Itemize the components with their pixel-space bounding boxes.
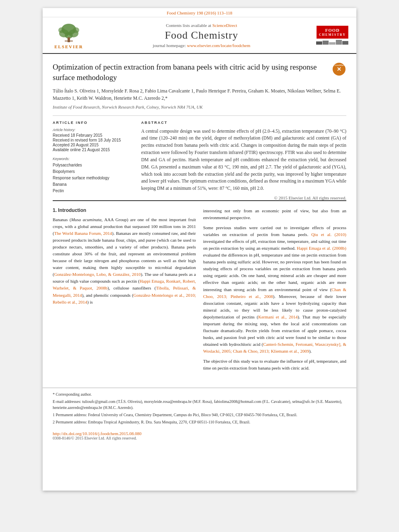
keyword-3: Response surface methodology <box>53 175 133 181</box>
keyword-5: Pectin <box>53 188 133 194</box>
crossmark-badge: ✕ CrossMark <box>332 62 346 76</box>
svg-rect-4 <box>68 37 70 42</box>
sciencedirect-link: Contents lists available at ScienceDirec… <box>87 23 316 28</box>
intro-paragraph-1: Bananas (Musa acuminata, AAA Group) are … <box>53 216 196 306</box>
authors: Túlio Ítalo S. Oliveira 1, Morsyleide F.… <box>53 87 346 102</box>
elsevier-logo: ELSEVIER <box>51 21 87 49</box>
article-info-label: ARTICLE INFO <box>53 121 133 125</box>
issn: 0308-8146/© 2015 Elsevier Ltd. All right… <box>53 436 346 440</box>
footnote-2: 2 Permanent address: Embrapa Tropical Ag… <box>53 419 346 425</box>
journal-title: Food Chemistry <box>87 29 316 41</box>
article-body: Optimization of pectin extraction from b… <box>43 54 356 200</box>
svg-point-6 <box>58 27 65 33</box>
logo-bar-chart <box>316 40 348 45</box>
intro-paragraph-4: The objective of this study was to evalu… <box>203 358 346 372</box>
elsevier-label: ELSEVIER <box>54 44 83 49</box>
journal-reference-bar: Food Chemistry 198 (2016) 113–118 <box>43 8 356 17</box>
journal-header: ELSEVIER Contents lists available at Sci… <box>43 17 356 54</box>
email-note: E-mail addresses: tulioufc@gmail.com (T.… <box>53 398 346 411</box>
intro-paragraph-3: Some previous studies were carried out t… <box>203 224 346 355</box>
logo-bar-3 <box>329 42 335 45</box>
keywords-label: Keywords: <box>53 157 133 161</box>
available-date: Available online 21 August 2015 <box>53 148 133 152</box>
doi-link[interactable]: http://dx.doi.org/10.1016/j.foodchem.201… <box>53 431 346 436</box>
footnote-1: 1 Permanent address: Federal University … <box>53 412 346 418</box>
section-divider <box>53 200 346 201</box>
keyword-4: Banana <box>53 181 133 188</box>
abstract-text: A central composite design was used to d… <box>141 128 346 192</box>
homepage-link[interactable]: www.elsevier.com/locate/foodchem <box>187 43 251 48</box>
journal-center: Contents lists available at ScienceDirec… <box>87 23 316 48</box>
keyword-2: Biopolymers <box>53 168 133 175</box>
footnote-area: * Corresponding author. E-mail addresses… <box>43 388 356 429</box>
journal-reference: Food Chemistry 198 (2016) 113–118 <box>167 10 232 15</box>
food-chemistry-logo: FOOD CHEMISTRY <box>316 26 348 45</box>
article-history: Article history: Received 18 February 20… <box>53 128 133 152</box>
affiliation: Institute of Food Research, Norwich Rese… <box>53 104 346 110</box>
sciencedirect-anchor[interactable]: ScienceDirect <box>212 23 237 28</box>
accepted-date: Accepted 20 August 2015 <box>53 143 133 147</box>
journal-homepage: journal homepage: www.elsevier.com/locat… <box>87 43 316 48</box>
article-page: Food Chemistry 198 (2016) 113–118 ELSEVI… <box>43 8 356 491</box>
svg-rect-5 <box>65 41 73 41</box>
keywords-block: Keywords: Polysaccharides Biopolymers Re… <box>53 157 133 194</box>
copyright-text: © 2015 Elsevier Ltd. All rights reserved… <box>141 195 346 200</box>
received-revised-date: Received in revised form 18 July 2015 <box>53 138 133 142</box>
elsevier-tree-icon <box>57 21 81 43</box>
logo-bar-4 <box>336 40 342 45</box>
intro-heading: 1. Introduction <box>53 207 196 213</box>
logo-chemistry-text: CHEMISTRY <box>319 33 346 37</box>
history-label: Article history: <box>53 128 133 132</box>
logo-bar-5 <box>342 41 348 45</box>
article-info-col: ARTICLE INFO Article history: Received 1… <box>53 121 133 200</box>
abstract-label: ABSTRACT <box>141 121 346 125</box>
intro-left-col: 1. Introduction Bananas (Musa acuminata,… <box>53 207 196 375</box>
intro-right-col: interesting not only from an economic po… <box>203 207 346 375</box>
received-date: Received 18 February 2015 <box>53 133 133 138</box>
main-content: 1. Introduction Bananas (Musa acuminata,… <box>43 207 356 383</box>
logo-bar-2 <box>323 41 329 45</box>
corresponding-note: * Corresponding author. <box>53 391 346 397</box>
divider-1 <box>53 115 346 116</box>
logo-box: FOOD CHEMISTRY <box>317 26 348 39</box>
intro-paragraph-2: interesting not only from an economic po… <box>203 207 346 221</box>
svg-text:✕: ✕ <box>337 66 341 72</box>
crossmark-icon: ✕ CrossMark <box>332 62 346 76</box>
footer-bottom: http://dx.doi.org/10.1016/j.foodchem.201… <box>43 429 356 444</box>
logo-food-text: FOOD <box>319 27 346 33</box>
article-title: Optimization of pectin extraction from b… <box>53 62 346 82</box>
abstract-col: ABSTRACT A central composite design was … <box>141 121 346 200</box>
logo-bar-1 <box>316 41 322 45</box>
svg-point-7 <box>73 27 79 33</box>
article-info-abstract: ARTICLE INFO Article history: Received 1… <box>53 121 346 200</box>
keyword-1: Polysaccharides <box>53 162 133 168</box>
svg-text:CrossMark: CrossMark <box>333 64 345 66</box>
two-col-main: 1. Introduction Bananas (Musa acuminata,… <box>53 207 346 375</box>
